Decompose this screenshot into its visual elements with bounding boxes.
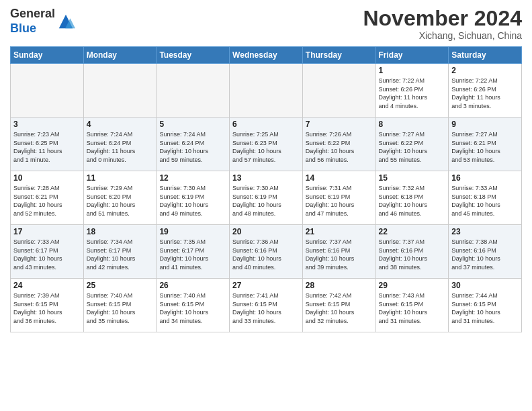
day-info: Sunrise: 7:22 AM Sunset: 6:26 PM Dayligh… — [451, 77, 519, 110]
calendar-cell: 21Sunrise: 7:37 AM Sunset: 6:16 PM Dayli… — [302, 225, 375, 279]
day-number: 4 — [87, 120, 154, 129]
day-number: 6 — [232, 120, 300, 129]
calendar-cell: 19Sunrise: 7:35 AM Sunset: 6:17 PM Dayli… — [157, 225, 230, 279]
col-header-sunday: Sunday — [11, 47, 84, 64]
calendar-cell: 25Sunrise: 7:40 AM Sunset: 6:15 PM Dayli… — [83, 279, 157, 332]
calendar-cell: 2Sunrise: 7:22 AM Sunset: 6:26 PM Daylig… — [449, 64, 522, 118]
day-number: 28 — [306, 281, 373, 290]
calendar-cell: 30Sunrise: 7:44 AM Sunset: 6:15 PM Dayli… — [449, 279, 522, 332]
col-header-monday: Monday — [83, 47, 157, 64]
calendar-cell: 13Sunrise: 7:30 AM Sunset: 6:19 PM Dayli… — [230, 171, 303, 225]
calendar-cell: 16Sunrise: 7:33 AM Sunset: 6:18 PM Dayli… — [449, 171, 522, 225]
calendar-cell: 12Sunrise: 7:30 AM Sunset: 6:19 PM Dayli… — [157, 171, 230, 225]
month-title: November 2024 — [363, 7, 522, 30]
day-info: Sunrise: 7:29 AM Sunset: 6:20 PM Dayligh… — [87, 184, 154, 218]
col-header-friday: Friday — [375, 47, 449, 64]
calendar-cell — [83, 64, 157, 118]
day-info: Sunrise: 7:33 AM Sunset: 6:17 PM Dayligh… — [13, 238, 81, 271]
day-info: Sunrise: 7:44 AM Sunset: 6:15 PM Dayligh… — [451, 291, 519, 325]
header: General Blue November 2024 Xichang, Sich… — [10, 7, 522, 41]
calendar-week-row: 3Sunrise: 7:23 AM Sunset: 6:25 PM Daylig… — [11, 118, 522, 171]
day-info: Sunrise: 7:22 AM Sunset: 6:26 PM Dayligh… — [379, 77, 446, 110]
day-number: 5 — [159, 120, 226, 129]
page-container: General Blue November 2024 Xichang, Sich… — [0, 0, 532, 339]
col-header-saturday: Saturday — [449, 47, 522, 64]
calendar-cell: 24Sunrise: 7:39 AM Sunset: 6:15 PM Dayli… — [11, 279, 84, 332]
col-header-thursday: Thursday — [302, 47, 375, 64]
calendar-week-row: 1Sunrise: 7:22 AM Sunset: 6:26 PM Daylig… — [11, 64, 522, 118]
location: Xichang, Sichuan, China — [363, 30, 522, 41]
day-info: Sunrise: 7:39 AM Sunset: 6:15 PM Dayligh… — [13, 291, 81, 325]
day-info: Sunrise: 7:23 AM Sunset: 6:25 PM Dayligh… — [13, 130, 81, 164]
calendar-cell: 23Sunrise: 7:38 AM Sunset: 6:16 PM Dayli… — [449, 225, 522, 279]
day-info: Sunrise: 7:36 AM Sunset: 6:16 PM Dayligh… — [232, 238, 300, 271]
day-number: 18 — [87, 227, 154, 236]
calendar-cell: 7Sunrise: 7:26 AM Sunset: 6:22 PM Daylig… — [302, 118, 375, 171]
day-info: Sunrise: 7:40 AM Sunset: 6:15 PM Dayligh… — [87, 291, 154, 325]
calendar-cell: 10Sunrise: 7:28 AM Sunset: 6:21 PM Dayli… — [11, 171, 84, 225]
day-info: Sunrise: 7:25 AM Sunset: 6:23 PM Dayligh… — [232, 130, 300, 164]
col-header-tuesday: Tuesday — [157, 47, 230, 64]
day-number: 13 — [232, 173, 300, 183]
calendar-cell: 5Sunrise: 7:24 AM Sunset: 6:24 PM Daylig… — [157, 118, 230, 171]
col-header-wednesday: Wednesday — [230, 47, 303, 64]
calendar-cell — [157, 64, 230, 118]
day-number: 20 — [232, 227, 300, 236]
day-number: 23 — [451, 227, 519, 236]
calendar-cell: 20Sunrise: 7:36 AM Sunset: 6:16 PM Dayli… — [230, 225, 303, 279]
day-info: Sunrise: 7:41 AM Sunset: 6:15 PM Dayligh… — [232, 291, 300, 325]
logo-icon — [56, 12, 75, 31]
title-block: November 2024 Xichang, Sichuan, China — [363, 7, 522, 41]
day-info: Sunrise: 7:37 AM Sunset: 6:16 PM Dayligh… — [306, 238, 373, 271]
day-info: Sunrise: 7:43 AM Sunset: 6:15 PM Dayligh… — [379, 291, 446, 325]
day-number: 17 — [13, 227, 81, 236]
day-info: Sunrise: 7:24 AM Sunset: 6:24 PM Dayligh… — [159, 130, 226, 164]
day-number: 19 — [159, 227, 226, 236]
calendar-cell: 27Sunrise: 7:41 AM Sunset: 6:15 PM Dayli… — [230, 279, 303, 332]
calendar-cell: 14Sunrise: 7:31 AM Sunset: 6:19 PM Dayli… — [302, 171, 375, 225]
calendar-cell: 15Sunrise: 7:32 AM Sunset: 6:18 PM Dayli… — [375, 171, 449, 225]
calendar-cell: 28Sunrise: 7:42 AM Sunset: 6:15 PM Dayli… — [302, 279, 375, 332]
day-info: Sunrise: 7:24 AM Sunset: 6:24 PM Dayligh… — [87, 130, 154, 164]
calendar-week-row: 10Sunrise: 7:28 AM Sunset: 6:21 PM Dayli… — [11, 171, 522, 225]
day-number: 22 — [379, 227, 446, 236]
day-info: Sunrise: 7:34 AM Sunset: 6:17 PM Dayligh… — [87, 238, 154, 271]
day-number: 30 — [451, 281, 519, 290]
day-number: 1 — [379, 66, 446, 75]
calendar-cell: 3Sunrise: 7:23 AM Sunset: 6:25 PM Daylig… — [11, 118, 84, 171]
calendar-cell: 26Sunrise: 7:40 AM Sunset: 6:15 PM Dayli… — [157, 279, 230, 332]
day-number: 3 — [13, 120, 81, 129]
day-info: Sunrise: 7:40 AM Sunset: 6:15 PM Dayligh… — [159, 291, 226, 325]
day-info: Sunrise: 7:38 AM Sunset: 6:16 PM Dayligh… — [451, 238, 519, 271]
calendar-cell: 18Sunrise: 7:34 AM Sunset: 6:17 PM Dayli… — [83, 225, 157, 279]
calendar-cell: 6Sunrise: 7:25 AM Sunset: 6:23 PM Daylig… — [230, 118, 303, 171]
day-number: 10 — [13, 173, 81, 183]
day-info: Sunrise: 7:27 AM Sunset: 6:21 PM Dayligh… — [451, 130, 519, 164]
day-number: 14 — [306, 173, 373, 183]
day-number: 11 — [87, 173, 154, 183]
calendar-week-row: 24Sunrise: 7:39 AM Sunset: 6:15 PM Dayli… — [11, 279, 522, 332]
day-info: Sunrise: 7:35 AM Sunset: 6:17 PM Dayligh… — [159, 238, 226, 271]
calendar-cell: 1Sunrise: 7:22 AM Sunset: 6:26 PM Daylig… — [375, 64, 449, 118]
calendar-cell: 8Sunrise: 7:27 AM Sunset: 6:22 PM Daylig… — [375, 118, 449, 171]
day-number: 15 — [379, 173, 446, 183]
calendar-cell — [11, 64, 84, 118]
day-number: 21 — [306, 227, 373, 236]
calendar-header-row: SundayMondayTuesdayWednesdayThursdayFrid… — [11, 47, 522, 64]
day-info: Sunrise: 7:26 AM Sunset: 6:22 PM Dayligh… — [306, 130, 373, 164]
day-info: Sunrise: 7:30 AM Sunset: 6:19 PM Dayligh… — [232, 184, 300, 218]
day-info: Sunrise: 7:42 AM Sunset: 6:15 PM Dayligh… — [306, 291, 373, 325]
day-number: 27 — [232, 281, 300, 290]
day-info: Sunrise: 7:30 AM Sunset: 6:19 PM Dayligh… — [159, 184, 226, 218]
day-number: 7 — [306, 120, 373, 129]
calendar-cell — [302, 64, 375, 118]
day-info: Sunrise: 7:31 AM Sunset: 6:19 PM Dayligh… — [306, 184, 373, 218]
logo: General Blue — [10, 7, 75, 36]
calendar-cell: 17Sunrise: 7:33 AM Sunset: 6:17 PM Dayli… — [11, 225, 84, 279]
day-info: Sunrise: 7:33 AM Sunset: 6:18 PM Dayligh… — [451, 184, 519, 218]
day-number: 24 — [13, 281, 81, 290]
day-number: 12 — [159, 173, 226, 183]
day-info: Sunrise: 7:28 AM Sunset: 6:21 PM Dayligh… — [13, 184, 81, 218]
day-number: 9 — [451, 120, 519, 129]
day-info: Sunrise: 7:27 AM Sunset: 6:22 PM Dayligh… — [379, 130, 446, 164]
